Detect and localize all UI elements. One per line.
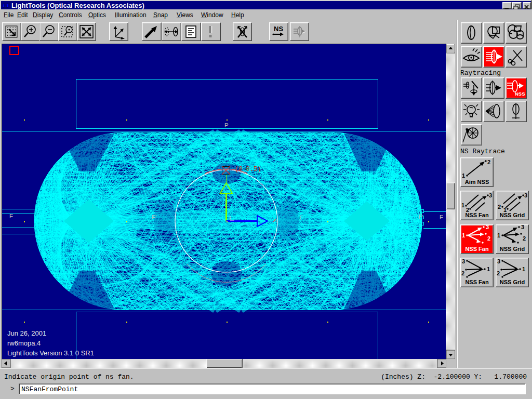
- svg-text:1: 1: [503, 207, 507, 212]
- svg-text:2: 2: [466, 207, 469, 212]
- svg-text:NSS: NSS: [515, 91, 525, 97]
- svg-text:1: 1: [522, 266, 525, 272]
- svg-text:1: 1: [461, 202, 464, 208]
- svg-text:3: 3: [524, 192, 527, 198]
- svg-text:3: 3: [521, 225, 524, 230]
- svg-text:Jun 26, 2001: Jun 26, 2001: [7, 329, 46, 337]
- svg-text:3: 3: [462, 258, 465, 264]
- svg-text:3: 3: [489, 192, 492, 198]
- svg-text:3: 3: [497, 258, 500, 264]
- svg-text:NS: NS: [274, 25, 283, 33]
- svg-text:F: F: [9, 213, 13, 219]
- svg-text:LT: LT: [2, 2, 10, 8]
- svg-text:2: 2: [523, 235, 526, 242]
- svg-text:2: 2: [461, 270, 464, 276]
- svg-text:P: P: [224, 122, 229, 128]
- svg-text:LightTools Version 3.1 0 SR1: LightTools Version 3.1 0 SR1: [7, 349, 94, 357]
- svg-text:3: 3: [486, 225, 489, 230]
- svg-text:F': F': [152, 214, 156, 220]
- svg-text:1: 1: [487, 266, 490, 272]
- svg-text:rw6mopa.4: rw6mopa.4: [7, 339, 41, 347]
- svg-text:F: F: [440, 214, 443, 220]
- svg-text:(0 0.5): (0 0.5): [235, 166, 261, 173]
- svg-text:F: F: [299, 215, 303, 221]
- svg-text:P: P: [419, 214, 423, 220]
- svg-text:2: 2: [487, 235, 490, 242]
- svg-text:1: 1: [462, 232, 465, 238]
- svg-text:1: 1: [462, 172, 465, 179]
- svg-text:2: 2: [497, 270, 500, 276]
- svg-text:2: 2: [487, 159, 490, 165]
- svg-text:1: 1: [497, 232, 500, 238]
- svg-text:2: 2: [498, 204, 501, 210]
